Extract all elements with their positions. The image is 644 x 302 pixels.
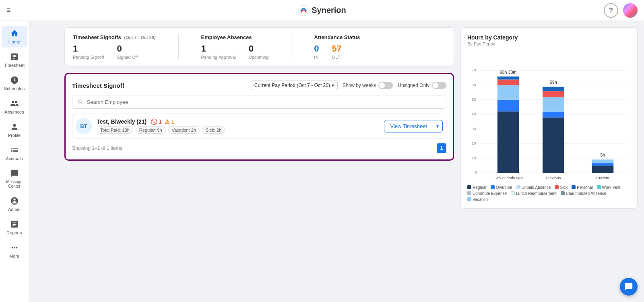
bar-1-personal bbox=[497, 77, 519, 79]
sidebar-item-profile[interactable]: Profile bbox=[2, 119, 27, 141]
legend-dot-sick bbox=[555, 185, 559, 189]
vacation-badge: Vacation: 2h bbox=[168, 126, 200, 134]
svg-text:0: 0 bbox=[475, 170, 477, 174]
chart-subtitle: By Pay Period bbox=[467, 41, 631, 46]
bar-2-vacation bbox=[543, 97, 564, 112]
show-by-weeks-toggle[interactable] bbox=[378, 82, 393, 89]
sidebar-item-label-reports: Reports bbox=[6, 230, 22, 235]
legend-dot-overtime bbox=[491, 185, 495, 189]
sidebar-item-timesheet[interactable]: Timesheet bbox=[2, 49, 27, 71]
bar-1-sick bbox=[497, 80, 519, 85]
svg-text:70: 70 bbox=[472, 68, 476, 72]
in-stat: 0 IN bbox=[314, 43, 319, 60]
sidebar-item-more[interactable]: More bbox=[2, 240, 27, 262]
legend-overtime: Overtime bbox=[491, 185, 512, 190]
left-panel: Timesheet Signoffs (Oct 7 - Oct 20) 1 Pe… bbox=[64, 27, 454, 296]
employee-absences-section: Employee Absences 1 Pending Approval 0 U… bbox=[201, 34, 269, 60]
regular-badge: Regular: 9h bbox=[136, 126, 166, 134]
attendance-status-section: Attendance Status 0 IN 57 OUT bbox=[314, 34, 360, 60]
topbar-right: ? bbox=[604, 3, 638, 18]
employee-badges: Total Paid: 13h Regular: 9h Vacation: 2h… bbox=[97, 126, 225, 134]
bar-1-regular bbox=[497, 112, 519, 173]
home-icon bbox=[10, 29, 19, 38]
accruals-icon bbox=[10, 146, 19, 155]
search-input[interactable] bbox=[87, 99, 441, 105]
employee-absences-title: Employee Absences bbox=[201, 34, 269, 40]
sidebar-item-label-timesheet: Timesheet bbox=[4, 63, 25, 68]
avatar[interactable] bbox=[623, 3, 638, 18]
legend-vacation: Vacation bbox=[467, 197, 488, 202]
legend-unauthorized-absence: Unauthorized Absence bbox=[561, 191, 607, 196]
employee-left: BT Test, Biweekly (21) 🚫 1 ⚠ 1 Total Pai… bbox=[76, 118, 225, 134]
sidebar-item-reports[interactable]: Reports bbox=[2, 217, 27, 238]
pay-period-select[interactable]: Current Pay Period (Oct 7 - Oct 20) ▾ bbox=[251, 81, 338, 90]
out-num: 57 bbox=[332, 43, 342, 54]
unsigned-only-toggle-group: Unsigned Only bbox=[398, 82, 446, 89]
svg-text:20: 20 bbox=[472, 141, 476, 145]
chevron-down-icon: ▾ bbox=[332, 83, 334, 88]
alert-count: 1 bbox=[159, 120, 161, 124]
sidebar-item-label-more: More bbox=[9, 254, 19, 259]
employee-row: BT Test, Biweekly (21) 🚫 1 ⚠ 1 Total Pai… bbox=[72, 114, 446, 139]
signoff-controls: Current Pay Period (Oct 7 - Oct 20) ▾ Sh… bbox=[251, 81, 446, 90]
showing-label: Showing 1–1 of 1 items bbox=[72, 145, 122, 151]
page-number[interactable]: 1 bbox=[437, 143, 446, 153]
reports-icon bbox=[10, 220, 19, 229]
legend-dot-personal bbox=[572, 185, 576, 189]
help-button[interactable]: ? bbox=[604, 3, 618, 18]
legend-dot-lunch-reimbursement bbox=[511, 191, 515, 195]
legend-dot-regular bbox=[467, 185, 471, 189]
bar-1-overtime bbox=[497, 100, 519, 112]
sidebar-item-admin[interactable]: Admin bbox=[2, 193, 27, 215]
svg-text:30: 30 bbox=[472, 126, 476, 131]
menu-icon[interactable]: ≡ bbox=[6, 6, 11, 14]
bar-1-vacation bbox=[497, 85, 519, 99]
chart-panel: Hours by Category By Pay Period 0 10 20 … bbox=[460, 27, 638, 209]
alert-icon: 🚫 bbox=[151, 118, 157, 125]
sidebar-item-label-absences: Absences bbox=[4, 110, 24, 114]
divider-2 bbox=[291, 34, 291, 60]
sidebar-item-home[interactable]: Home bbox=[2, 26, 27, 48]
unsigned-only-toggle[interactable] bbox=[432, 82, 446, 89]
upcoming-num: 0 bbox=[249, 43, 269, 54]
pending-approval-stat: 1 Pending Approval bbox=[201, 43, 236, 60]
summary-card: Timesheet Signoffs (Oct 7 - Oct 20) 1 Pe… bbox=[64, 27, 454, 66]
chat-button[interactable] bbox=[620, 278, 638, 296]
right-panel: Hours by Category By Pay Period 0 10 20 … bbox=[460, 27, 638, 296]
legend-dot-unauthorized-absence bbox=[561, 191, 565, 195]
absences-stats-row: 1 Pending Approval 0 Upcoming bbox=[201, 43, 269, 60]
pending-approval-num: 1 bbox=[201, 43, 236, 54]
pending-approval-label: Pending Approval bbox=[201, 55, 236, 60]
chat-icon bbox=[624, 282, 633, 291]
view-timesheet-dropdown-button[interactable]: ▾ bbox=[433, 120, 443, 132]
sidebar-item-label-schedules: Schedules bbox=[4, 86, 25, 91]
svg-text:Previous: Previous bbox=[546, 176, 561, 180]
sidebar: Home Timesheet Schedules Absences Profil… bbox=[0, 21, 29, 302]
legend-dot-commute-expense bbox=[467, 191, 471, 195]
bar-3-vacation bbox=[592, 159, 613, 162]
sidebar-item-schedules[interactable]: Schedules bbox=[2, 72, 27, 94]
hours-chart-svg: 0 10 20 30 40 50 60 70 bbox=[467, 51, 631, 180]
chart-title: Hours by Category bbox=[467, 34, 631, 41]
showing-row: Showing 1–1 of 1 items 1 bbox=[72, 143, 446, 153]
chart-area: 0 10 20 30 40 50 60 70 bbox=[467, 51, 631, 182]
sidebar-item-label-profile: Profile bbox=[8, 133, 21, 138]
timesheet-signoffs-title: Timesheet Signoffs (Oct 7 - Oct 20) bbox=[73, 34, 156, 40]
legend-sick: Sick bbox=[555, 185, 568, 190]
admin-icon bbox=[10, 197, 19, 205]
signed-off-stat: 0 Signed Off bbox=[117, 43, 138, 60]
pending-signoff-num: 1 bbox=[73, 43, 104, 54]
bar-2-regular bbox=[543, 118, 564, 173]
signoff-title: Timesheet Signoff bbox=[72, 82, 124, 89]
legend-dot-work-vest bbox=[597, 185, 601, 189]
legend-dot-vacation bbox=[467, 197, 471, 201]
sidebar-item-label-accruals: Accruals bbox=[6, 156, 23, 161]
sidebar-item-absences[interactable]: Absences bbox=[2, 96, 27, 118]
timesheet-stats-row: 1 Pending Signoff 0 Signed Off bbox=[73, 43, 156, 60]
out-label: OUT bbox=[332, 55, 342, 60]
in-label: IN bbox=[314, 55, 319, 60]
sidebar-item-message-center[interactable]: Message Center bbox=[2, 166, 27, 192]
sidebar-item-accruals[interactable]: Accruals bbox=[2, 143, 27, 164]
legend-dot-unpaid-absence bbox=[516, 185, 520, 189]
view-timesheet-button[interactable]: View Timesheet bbox=[384, 120, 433, 132]
